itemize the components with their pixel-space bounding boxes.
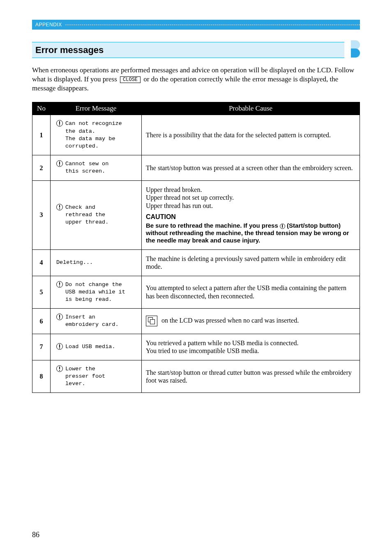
probable-cause-cell: on the LCD was pressed when no card was … [142,309,360,334]
caution-body: Be sure to rethread the machine. If you … [146,222,355,245]
probable-cause-cell: You retrieved a pattern while no USB med… [142,334,360,360]
appendix-header: APPENDIX [32,20,360,30]
probable-cause-cell: The start/stop button or thread cutter b… [142,360,360,393]
page-number: 86 [32,531,39,539]
dashed-rule [65,25,360,25]
cause-text: Upper thread broken. [146,186,355,194]
col-header-no: No [32,102,51,115]
error-message-cell: Cannot sew on this screen. [51,155,142,180]
error-message-text: Do not change the USB media while it is … [65,281,125,304]
card-button-icon [146,316,157,326]
probable-cause-cell: There is a possibility that the data for… [142,115,360,155]
section-title: Error messages [35,45,341,55]
error-message-cell: Lower the presser foot lever. [51,360,142,393]
probable-cause-cell: You attempted to select a pattern after … [142,276,360,309]
caution-heading: CAUTION [146,213,355,221]
side-tabs [344,41,360,58]
table-row: 8Lower the presser foot lever.The start/… [32,360,360,393]
cause-text: There is a possibility that the data for… [146,131,355,139]
error-message-cell: Insert an embroidery card. [51,309,142,334]
warning-icon [56,314,63,320]
error-message-cell: Load USB media. [51,334,142,360]
row-number: 3 [32,180,51,249]
probable-cause-cell: Upper thread broken.Upper thread not set… [142,180,360,249]
error-message-cell: Check and rethread the upper thread. [51,180,142,249]
cause-text: Upper thread has run out. [146,202,355,210]
table-row: 5Do not change the USB media while it is… [32,276,360,309]
table-row: 1Can not recognize the data. The data ma… [32,115,360,155]
row-number: 5 [32,276,51,309]
error-message-text: Can not recognize the data. The data may… [65,120,122,150]
error-message-text: Check and rethread the upper thread. [65,204,108,226]
start-stop-icon [280,224,285,229]
error-messages-table: No Error Message Probable Cause 1Can not… [32,102,360,393]
row-number: 4 [32,249,51,276]
row-number: 6 [32,309,51,334]
error-message-text: Lower the presser foot lever. [65,365,105,388]
cause-text: You tried to use imcompatible USB media. [146,347,355,355]
error-message-cell: Can not recognize the data. The data may… [51,115,142,155]
table-row: 7Load USB media.You retrieved a pattern … [32,334,360,360]
section-title-bar: Error messages [32,42,344,58]
probable-cause-cell: The start/stop button was pressed at a s… [142,155,360,180]
intro-paragraph: When erroneous operations are performed … [32,66,360,93]
appendix-label: APPENDIX [35,22,62,28]
row-number: 8 [32,360,51,393]
table-row: 4Deleting...The machine is deleting a pr… [32,249,360,276]
error-message-text: Cannot sew on this screen. [65,160,108,175]
row-number: 7 [32,334,51,360]
row-number: 2 [32,155,51,180]
cause-text: on the LCD was pressed when no card was … [160,317,299,324]
cause-text: You attempted to select a pattern after … [146,284,355,300]
side-tab-light [351,40,360,49]
cause-text: The start/stop button or thread cutter b… [146,369,355,385]
cause-text: Upper thread not set up correctly. [146,194,355,202]
error-message-text: Deleting... [56,259,93,266]
side-tab-dark [351,48,360,58]
error-message-cell: Do not change the USB media while it is … [51,276,142,309]
warning-icon [56,160,63,167]
warning-icon [56,281,63,288]
error-message-text: Load USB media. [65,343,115,351]
col-header-cause: Probable Cause [142,102,360,115]
warning-icon [56,343,63,350]
warning-icon [56,204,63,210]
error-message-text: Insert an embroidery card. [65,314,119,328]
cause-text: The machine is deleting a previously sav… [146,255,355,271]
error-message-cell: Deleting... [51,249,142,276]
col-header-message: Error Message [51,102,142,115]
close-button-graphic: CLOSE [120,76,141,83]
table-row: 2Cannot sew on this screen.The start/sto… [32,155,360,180]
cause-text: The start/stop button was pressed at a s… [146,164,355,172]
table-row: 3Check and rethread the upper thread.Upp… [32,180,360,249]
cause-text: You retrieved a pattern while no USB med… [146,339,355,347]
probable-cause-cell: The machine is deleting a previously sav… [142,249,360,276]
table-row: 6Insert an embroidery card. on the LCD w… [32,309,360,334]
warning-icon [56,365,63,372]
warning-icon [56,120,63,127]
row-number: 1 [32,115,51,155]
table-header-row: No Error Message Probable Cause [32,102,360,115]
